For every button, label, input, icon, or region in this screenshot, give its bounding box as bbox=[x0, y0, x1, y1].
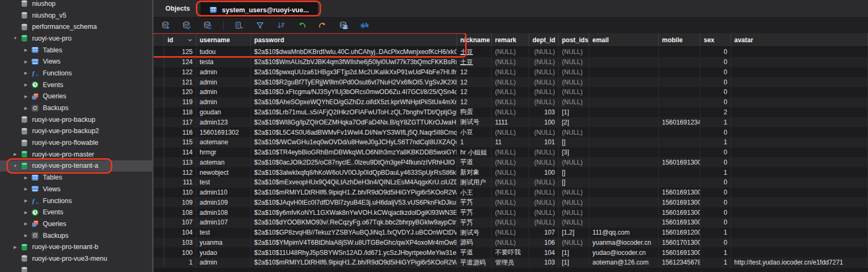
cell-email[interactable] bbox=[589, 127, 659, 137]
cell-password[interactable]: $2a$10$dYOOBKMO93v/.ReCqzyFg.o67Tqk.bbc2… bbox=[251, 217, 457, 228]
table-row-id-108[interactable]: 108admin108$2a$10$y6mfvKoNYL1GXWak8nYwVO… bbox=[154, 207, 868, 217]
cell-post_ids[interactable]: [] bbox=[559, 167, 589, 177]
cell-nickname[interactable]: 1 bbox=[457, 137, 492, 147]
cell-post_ids[interactable]: (NULL) bbox=[559, 87, 589, 97]
cell-sex[interactable]: 1 bbox=[701, 258, 731, 268]
cell-id[interactable]: 108 bbox=[164, 207, 196, 217]
cell-mobile[interactable] bbox=[659, 137, 701, 147]
cell-username[interactable]: hrmgr bbox=[196, 147, 251, 158]
cell-username[interactable]: admin bbox=[196, 97, 251, 107]
data-generation-button[interactable]: 101ABC bbox=[337, 20, 351, 32]
cell-dept_id[interactable]: (NULL) bbox=[529, 57, 559, 67]
cell-nickname[interactable]: 12 bbox=[457, 87, 492, 97]
cell-username[interactable]: admin110 bbox=[196, 188, 251, 198]
cell-sex[interactable]: 0 bbox=[701, 238, 731, 248]
rollback-button[interactable] bbox=[201, 20, 215, 32]
table-row-id-111[interactable]: 111test$2a$10$mExveopHUx9Q4QiLtAzhDeH3n4… bbox=[154, 177, 868, 188]
cell-post_ids[interactable]: [3] bbox=[559, 147, 589, 158]
cell-mobile[interactable]: 15601691300 bbox=[659, 217, 701, 228]
table-row-id-125[interactable]: 125tudou$2a$10$dwaMnbDKBrdf/wlu.40C.uhCA… bbox=[154, 47, 868, 57]
chevron-collapsed-icon[interactable]: ▶ bbox=[22, 82, 29, 87]
cell-id[interactable]: 100 bbox=[164, 247, 196, 258]
chevron-collapsed-icon[interactable]: ▶ bbox=[12, 245, 19, 250]
table-row-id-107[interactable]: 107admin107$2a$10$dYOOBKMO93v/.ReCqzyFg.… bbox=[154, 217, 868, 228]
sidebar-item-tables[interactable]: ▶Tables bbox=[0, 44, 152, 56]
column-header-email[interactable]: email bbox=[589, 33, 659, 46]
sidebar-item-ruoyi-vue-pro-flowable[interactable]: ruoyi-vue-pro-flowable bbox=[0, 137, 152, 149]
cell-password[interactable]: $2a$10$R2guBf7TyERjjW9lm0Pd0Osut6vt7NuH2… bbox=[251, 77, 457, 87]
table-row-id-110[interactable]: 110admin110$2a$10$mRMIYLDtRHlf6.9ipiqH1.… bbox=[154, 188, 868, 198]
cell-nickname[interactable]: 芋艿 bbox=[457, 217, 492, 228]
table-row-id-120[interactable]: 120admin$2a$10$D.xFtcgma/NJ3SyYlUj3bORcs… bbox=[154, 87, 868, 97]
sidebar-item-ruoyi-vue-pro-master[interactable]: ▶ruoyi-vue-pro-master bbox=[0, 149, 152, 160]
cell-post_ids[interactable]: (NULL) bbox=[559, 197, 589, 207]
cell-avatar[interactable] bbox=[731, 217, 868, 228]
cell-mobile[interactable]: 15601691300 bbox=[659, 247, 701, 258]
cell-sex[interactable]: 0 bbox=[701, 97, 731, 107]
cell-sex[interactable]: 2 bbox=[701, 107, 731, 118]
cell-avatar[interactable] bbox=[731, 97, 868, 107]
cell-dept_id[interactable]: (NULL) bbox=[529, 77, 559, 87]
cell-post_ids[interactable]: (NULL) bbox=[559, 77, 589, 87]
chevron-collapsed-icon[interactable]: ▶ bbox=[22, 210, 29, 215]
cell-id[interactable]: 114 bbox=[164, 147, 196, 158]
cell-dept_id[interactable]: 106 bbox=[529, 238, 559, 248]
cell-mobile[interactable]: 15601691200 bbox=[659, 228, 701, 238]
chevron-collapsed-icon[interactable]: ▶ bbox=[22, 198, 29, 203]
cell-email[interactable] bbox=[589, 217, 659, 228]
cell-username[interactable]: 15601691302 bbox=[196, 127, 251, 137]
cell-sex[interactable]: 1 bbox=[701, 228, 731, 238]
cell-dept_id[interactable]: (NULL) bbox=[529, 67, 559, 77]
cell-post_ids[interactable]: (NULL) bbox=[559, 188, 589, 198]
cell-dept_id[interactable]: (NULL) bbox=[529, 97, 559, 107]
cell-avatar[interactable] bbox=[731, 188, 868, 198]
cell-avatar[interactable] bbox=[731, 197, 868, 207]
cell-mobile[interactable]: 15601701300 bbox=[659, 238, 701, 248]
cell-avatar[interactable] bbox=[731, 147, 868, 158]
cell-post_ids[interactable]: [1] bbox=[559, 247, 589, 258]
cell-mobile[interactable] bbox=[659, 167, 701, 177]
cell-avatar[interactable] bbox=[731, 107, 868, 118]
cell-email[interactable] bbox=[589, 167, 659, 177]
cell-username[interactable]: testa bbox=[196, 57, 251, 67]
column-header-avatar[interactable]: avatar bbox=[731, 33, 868, 46]
cell-post_ids[interactable]: (NULL) bbox=[559, 127, 589, 137]
sidebar-item-backups[interactable]: ▶Backups bbox=[0, 102, 152, 114]
cell-remark[interactable]: (NULL) bbox=[492, 107, 529, 118]
cell-dept_id[interactable]: 103 bbox=[529, 258, 559, 268]
cell-remark[interactable]: (NULL) bbox=[492, 97, 529, 107]
cell-password[interactable]: $2a$10$YMpimV4T6BtDhlaA8jSW.u8UTGBeGhc/q… bbox=[251, 238, 457, 248]
cell-post_ids[interactable]: [] bbox=[559, 177, 589, 188]
sidebar-item-niushop[interactable]: niushop bbox=[0, 0, 152, 10]
cell-remark[interactable]: (NULL) bbox=[492, 197, 529, 207]
cell-nickname[interactable]: 芋道源码 bbox=[457, 258, 492, 268]
chevron-collapsed-icon[interactable]: ▶ bbox=[22, 71, 29, 75]
cell-email[interactable] bbox=[589, 197, 659, 207]
cell-remark[interactable]: (NULL) bbox=[492, 167, 529, 177]
sidebar-item-ruoyi-vue-pro-backup[interactable]: ruoyi-vue-pro-backup bbox=[0, 114, 152, 126]
cell-post_ids[interactable]: (NULL) bbox=[559, 157, 589, 167]
cell-nickname[interactable]: 芋道 bbox=[457, 157, 492, 167]
chevron-collapsed-icon[interactable]: ▶ bbox=[12, 152, 19, 157]
cell-password[interactable]: $2a$10$y6mfvKoNYL1GXWak8nYwVOH.kCWqjactk… bbox=[251, 207, 457, 217]
cell-id[interactable]: 112 bbox=[164, 167, 196, 177]
sidebar-item-functions[interactable]: ▶ƒxFunctions bbox=[0, 67, 152, 79]
cell-dept_id[interactable]: (NULL) bbox=[529, 87, 559, 97]
cell-sex[interactable]: 0 bbox=[701, 217, 731, 228]
cell-remark[interactable]: (NULL) bbox=[492, 228, 529, 238]
cell-mobile[interactable]: 15601691234 bbox=[659, 117, 701, 127]
chevron-collapsed-icon[interactable]: ▶ bbox=[22, 48, 29, 52]
cell-sex[interactable]: 0 bbox=[701, 147, 731, 158]
cell-mobile[interactable]: 15601691300 bbox=[659, 188, 701, 198]
cell-id[interactable]: 109 bbox=[164, 197, 196, 207]
chevron-collapsed-icon[interactable]: ▶ bbox=[22, 175, 29, 180]
chevron-collapsed-icon[interactable]: ▶ bbox=[22, 221, 29, 226]
import-button[interactable] bbox=[295, 20, 309, 32]
cell-id[interactable]: 103 bbox=[164, 238, 196, 248]
cell-password[interactable]: $2a$10$WI8Gg/lpZQIrOEZMHqka7OdFaD4Nx.B/q… bbox=[251, 117, 457, 127]
cell-avatar[interactable] bbox=[731, 117, 868, 127]
cell-id[interactable]: 1 bbox=[164, 258, 196, 268]
cell-avatar[interactable]: http://test.yudao.iocoder.cn/e1fdd7271 bbox=[731, 258, 868, 268]
cell-nickname[interactable]: 12 bbox=[457, 67, 492, 77]
cell-dept_id[interactable]: (NULL) bbox=[529, 157, 559, 167]
